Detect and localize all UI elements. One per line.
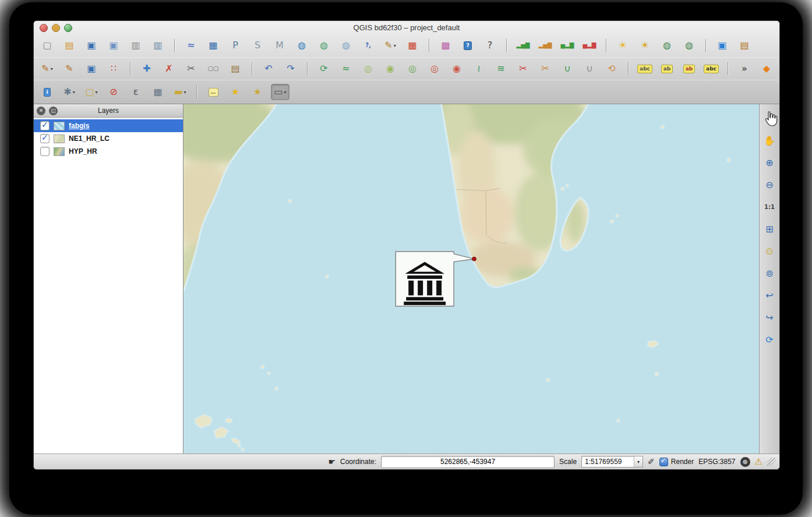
zoom-out-icon[interactable]: ⊖ (762, 178, 777, 193)
text-annotation-icon[interactable]: ▭ (271, 84, 290, 100)
add-wcs-layer-icon[interactable]: ◍ (315, 38, 333, 53)
save-project-icon[interactable]: ▣ (83, 38, 100, 53)
paste-features-icon[interactable]: ▤ (227, 61, 244, 76)
annotation-anchor-marker[interactable] (472, 257, 476, 261)
change-label-icon[interactable]: abc (702, 61, 720, 76)
show-bookmarks-icon[interactable]: ★ (249, 84, 266, 100)
remove-layer-icon[interactable]: ▦ (404, 38, 421, 53)
zoom-full-icon[interactable]: ⊞ (762, 222, 777, 237)
new-shapefile-layer-icon[interactable]: ✎ (382, 38, 399, 53)
histogram-plugin-icon-3[interactable]: ▅▂▇ (559, 38, 576, 53)
split-parts-icon[interactable]: ✂ (536, 61, 554, 76)
pin-labels-icon[interactable]: abc (636, 61, 654, 76)
scale-value[interactable]: 1:51769559 (585, 458, 634, 466)
split-features-icon[interactable]: ✂ (514, 61, 532, 76)
delete-part-icon[interactable]: ◉ (448, 61, 465, 76)
whats-this-icon[interactable]: ? (481, 38, 499, 53)
zoom-last-icon[interactable]: ↩ (762, 288, 777, 303)
fill-ring-icon[interactable]: ◎ (404, 61, 421, 76)
help-icon[interactable]: ? (459, 38, 476, 53)
zoom-next-icon[interactable]: ↪ (762, 310, 777, 325)
crs-selector-icon[interactable]: ⊕ (740, 457, 750, 467)
redo-icon[interactable]: ↷ (282, 61, 299, 76)
rotate-point-symbols-icon[interactable]: ⟲ (603, 61, 620, 76)
add-delimited-text-layer-icon[interactable]: ?, (359, 38, 377, 53)
crs-status-label[interactable]: EPSG:3857 (698, 458, 735, 466)
add-part-icon[interactable]: ◉ (382, 61, 399, 76)
select-features-icon[interactable]: ▢ (83, 84, 100, 100)
delete-selected-icon[interactable]: ✗ (160, 61, 178, 76)
minimize-window-button[interactable] (52, 24, 60, 32)
new-project-icon[interactable]: ▢ (38, 38, 56, 53)
copy-features-icon[interactable]: ▢▢ (204, 61, 222, 76)
db-manager-icon[interactable]: ▤ (736, 38, 753, 53)
float-panel-icon[interactable]: ◱ (49, 107, 58, 115)
node-tool-icon[interactable]: ∷ (105, 61, 122, 76)
window-titlebar[interactable]: QGIS bd62f30 – project_default (34, 21, 779, 34)
world-overview-plugin-icon-1[interactable]: ◍ (658, 38, 676, 53)
orange-plugin-icon[interactable]: ◆ (758, 61, 775, 76)
pan-to-selection-icon[interactable]: ✋ (762, 133, 777, 148)
layer-item-hyp-hr[interactable]: HYP_HR (34, 145, 183, 158)
add-wms-layer-icon[interactable]: ◍ (293, 38, 310, 53)
coordinate-input[interactable] (381, 456, 555, 468)
delete-ring-icon[interactable]: ◎ (426, 61, 443, 76)
layer-item-ne1-hr-lc[interactable]: NE1_HR_LC (34, 132, 183, 145)
offset-curve-icon[interactable]: ≋ (492, 61, 510, 76)
window-resize-grip[interactable] (767, 458, 776, 466)
zoom-window-button[interactable] (64, 24, 72, 32)
save-project-as-icon[interactable]: ▣ (105, 38, 122, 53)
scale-combo-arrow-icon[interactable]: ▾ (634, 456, 642, 467)
zoom-to-layer-icon[interactable]: ⊙ (762, 244, 777, 259)
histogram-plugin-icon-2[interactable]: ▂▅▇ (536, 38, 554, 53)
layer-visibility-checkbox[interactable] (40, 134, 50, 143)
save-layer-edits-icon[interactable]: ▣ (83, 61, 100, 76)
reshape-features-icon[interactable]: ≀ (470, 61, 488, 76)
add-mssql-layer-icon[interactable]: M (271, 38, 288, 53)
zoom-to-selection-icon[interactable]: ⊚ (762, 266, 777, 281)
add-postgis-layer-icon[interactable]: P (227, 38, 244, 53)
map-refresh-icon[interactable]: ⟳ (762, 332, 777, 348)
close-window-button[interactable] (40, 24, 48, 32)
merge-attributes-icon[interactable]: ∪ (581, 61, 598, 76)
deselect-features-icon[interactable]: ⊘ (105, 84, 122, 100)
move-label-icon[interactable]: ab (658, 61, 676, 76)
histogram-plugin-icon-1[interactable]: ▂▅▇ (514, 38, 532, 53)
new-bookmark-icon[interactable]: ★ (227, 84, 244, 100)
feature-action-icon[interactable]: ✱ (61, 84, 78, 100)
scale-combo[interactable]: 1:51769559 ▾ (581, 456, 643, 468)
stop-render-icon[interactable]: ✐ (648, 457, 655, 466)
measure-icon[interactable]: ▬ (171, 84, 189, 100)
layer-item-fabgis[interactable]: fabgis (34, 119, 183, 132)
open-project-icon[interactable]: ▤ (61, 38, 78, 53)
new-print-composer-icon[interactable]: ▥ (127, 38, 144, 53)
mouse-position-icon[interactable]: ☛ (328, 457, 336, 466)
log-messages-icon[interactable]: ⚠ (755, 456, 762, 467)
rotate-feature-icon[interactable]: ⟳ (315, 61, 333, 76)
map-tips-icon[interactable]: … (204, 84, 222, 100)
histogram-plugin-icon-4[interactable]: ▅▂▇ (581, 38, 598, 53)
undo-icon[interactable]: ↶ (260, 61, 277, 76)
close-panel-icon[interactable]: ✕ (37, 107, 45, 115)
toolbar-overflow-icon[interactable]: » (736, 61, 753, 76)
layer-visibility-checkbox[interactable] (40, 121, 50, 130)
toggle-editing-icon[interactable]: ✎ (61, 61, 78, 76)
identify-icon[interactable]: i (38, 84, 56, 100)
simplify-feature-icon[interactable]: ≈ (337, 61, 355, 76)
cut-features-icon[interactable]: ✂ (182, 61, 200, 76)
blue-panel-plugin-icon[interactable]: ▣ (714, 38, 731, 53)
select-by-expression-icon[interactable]: ε (127, 84, 144, 100)
merge-features-icon[interactable]: ∪ (559, 61, 576, 76)
pixel-grid-plugin-icon[interactable]: ▩ (437, 38, 454, 53)
add-raster-layer-icon[interactable]: ▦ (204, 38, 222, 53)
add-ring-icon[interactable]: ◎ (359, 61, 377, 76)
render-toggle[interactable]: Render (659, 458, 694, 466)
new-bookmark-sun-icon[interactable]: ☀ (614, 38, 631, 53)
add-vector-layer-icon[interactable]: ≈ (182, 38, 200, 53)
zoom-in-icon[interactable]: ⊕ (762, 155, 777, 171)
world-overview-plugin-icon-2[interactable]: ◍ (680, 38, 698, 53)
current-edits-icon[interactable]: ✎ (38, 61, 56, 76)
layer-visibility-checkbox[interactable] (40, 147, 50, 156)
rotate-label-icon[interactable]: ab (680, 61, 698, 76)
composer-manager-icon[interactable]: ▥ (149, 38, 167, 53)
